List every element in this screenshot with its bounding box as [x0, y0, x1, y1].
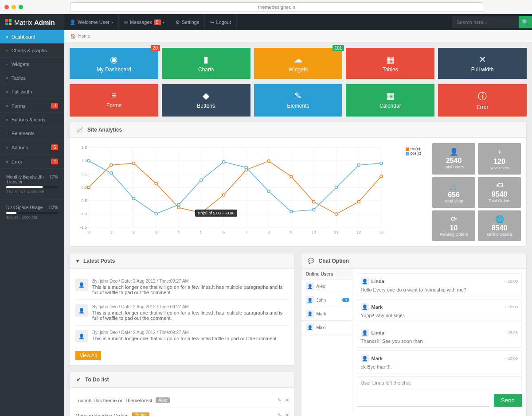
- online-user-john[interactable]: 👤John3: [301, 293, 352, 307]
- search-button[interactable]: 🔍: [519, 16, 532, 28]
- content: 🏠 Home 20◉My Dashboard▮Charts101☁Widgets…: [64, 30, 532, 416]
- chat-message: 👤Mark- 15:08Yuppi! why not sirji!!.: [357, 299, 522, 322]
- browser-chrome: themedesigner.in: [0, 0, 532, 14]
- search-box: 🔍: [452, 16, 532, 28]
- maximize-window[interactable]: [19, 5, 23, 9]
- stat-card-total-users[interactable]: 👤2540Total Users: [432, 143, 475, 175]
- stat-icon: ＋: [480, 148, 519, 157]
- logout-link[interactable]: ↪Logout: [205, 14, 237, 30]
- svg-point-65: [290, 210, 293, 213]
- tile-full-width[interactable]: ✕Full width: [438, 48, 527, 79]
- svg-point-44: [133, 162, 135, 164]
- sidebar-stat: Disk Space Usage87%604.44 / 4000 MB: [0, 199, 64, 225]
- avatar: 👤: [306, 323, 314, 331]
- analytics-panel: 📈Site Analytics -1.5-1.0-0.50.00.51.01.5…: [70, 122, 527, 247]
- svg-text:1.0: 1.0: [81, 159, 87, 163]
- todo-item: Manage Pending Orders Today✎✕: [75, 408, 289, 416]
- tile-widgets[interactable]: 101☁Widgets: [254, 48, 343, 79]
- tile-charts[interactable]: ▮Charts: [162, 48, 250, 79]
- sidebar-item-forms[interactable]: ▫Forms3: [0, 99, 64, 113]
- sidebar-item-full-width[interactable]: ▫Full width: [0, 85, 64, 99]
- delete-icon[interactable]: ✕: [285, 412, 289, 416]
- avatar: 👤: [75, 330, 88, 342]
- topbar: Matrix Admin 👤Welcome User ▾ ✉Messages5 …: [0, 14, 532, 30]
- tile-icon: ✕: [438, 54, 527, 65]
- stat-card-online-orders[interactable]: 🌐8540Online Orders: [478, 210, 521, 241]
- svg-point-45: [155, 183, 157, 185]
- chevron-down-icon[interactable]: ▾: [76, 258, 79, 264]
- svg-text:1: 1: [110, 230, 112, 234]
- svg-point-46: [177, 206, 180, 209]
- stat-card-pending-orders[interactable]: ⟳10Pending Orders: [432, 210, 475, 241]
- edit-icon[interactable]: ✎: [278, 397, 282, 403]
- avatar: 👤: [361, 277, 369, 285]
- stat-card-total-shop[interactable]: 🛒656Total Shop: [432, 177, 475, 208]
- tile-tables[interactable]: ▦Tables: [346, 48, 434, 79]
- tile-my-dashboard[interactable]: 20◉My Dashboard: [70, 48, 158, 79]
- view-all-button[interactable]: View All: [75, 351, 101, 360]
- tile-icon: ⓘ: [438, 90, 527, 102]
- sidebar-stat: Monthly Bandwidth Transfer77%21419.94 / …: [0, 169, 64, 199]
- envelope-icon: ✉: [124, 19, 128, 25]
- sidebar-item-error[interactable]: ▫Error4: [0, 155, 64, 169]
- chat-send-button[interactable]: Send: [494, 394, 522, 407]
- top-nav: 👤Welcome User ▾ ✉Messages5 ▾ ⚙Settings ↪…: [64, 14, 237, 30]
- svg-text:6: 6: [223, 230, 225, 234]
- tile-icon: ◆: [162, 90, 250, 101]
- svg-point-56: [87, 159, 90, 162]
- brand[interactable]: Matrix Admin: [0, 14, 64, 30]
- todo-tag: Today: [132, 412, 149, 416]
- settings-link[interactable]: ⚙Settings: [170, 14, 205, 30]
- sidebar-item-widgets[interactable]: ▫Widgets: [0, 58, 64, 71]
- messages-badge: 5: [154, 19, 161, 25]
- avatar: 👤: [361, 329, 369, 337]
- chat-message: 👤Mark- 15:08ok Bye than!!!.: [357, 350, 522, 373]
- tile-elements[interactable]: ✎Elements: [254, 84, 343, 117]
- tile-error[interactable]: ⓘError: [438, 84, 527, 117]
- close-window[interactable]: [4, 5, 9, 9]
- stat-card-total-orders[interactable]: 🏷9540Total Orders: [478, 177, 521, 208]
- sidebar-item-tables[interactable]: ▫Tables: [0, 71, 64, 85]
- url-bar[interactable]: themedesigner.in: [70, 2, 483, 12]
- online-user-maxi[interactable]: 👤Maxi: [301, 321, 352, 334]
- svg-point-67: [335, 186, 337, 189]
- stat-cards: 👤2540Total Users＋120New Users🛒656Total S…: [432, 143, 521, 241]
- welcome-user-menu[interactable]: 👤Welcome User ▾: [64, 14, 119, 30]
- minimize-window[interactable]: [12, 5, 16, 9]
- sidebar-item-addons[interactable]: ▫Addons5: [0, 140, 64, 155]
- logout-icon: ↪: [210, 19, 214, 25]
- svg-point-64: [267, 190, 270, 193]
- tile-icon: ▦: [346, 90, 434, 101]
- chat-message: 👤Linda- 15:08Thanks!!! See you soon than: [357, 325, 522, 348]
- sidebar-item-buttons-icons[interactable]: ▫Buttons & icons: [0, 113, 64, 127]
- avatar: 👤: [306, 282, 314, 290]
- svg-text:4: 4: [178, 230, 180, 234]
- tile-icon: ≡: [70, 90, 158, 101]
- todo-tag: Alex: [156, 397, 169, 403]
- delete-icon[interactable]: ✕: [285, 397, 289, 403]
- tile-icon: ▦: [346, 54, 434, 65]
- edit-icon[interactable]: ✎: [278, 412, 282, 416]
- menu-icon: ▫: [6, 131, 8, 136]
- svg-point-54: [357, 200, 360, 203]
- online-user-alex[interactable]: 👤Alex: [301, 280, 352, 293]
- stat-card-new-users[interactable]: ＋120New Users: [478, 143, 521, 175]
- chat-input[interactable]: [357, 394, 490, 407]
- tile-buttons[interactable]: ◆Buttons: [162, 84, 250, 117]
- messages-menu[interactable]: ✉Messages5 ▾: [119, 14, 170, 30]
- chart-legend: sin(x)cos(x): [403, 145, 425, 157]
- svg-text:10: 10: [312, 230, 316, 234]
- stat-icon: 🌐: [480, 215, 519, 223]
- online-user-mark[interactable]: 👤Mark: [301, 307, 352, 321]
- menu-icon: ▫: [6, 34, 8, 39]
- menu-icon: ▫: [6, 48, 8, 53]
- search-input[interactable]: [452, 16, 519, 28]
- sidebar-item-eelements[interactable]: ▫Eelements: [0, 127, 64, 140]
- tile-calendar[interactable]: ▦Calendar: [346, 84, 434, 117]
- svg-text:8: 8: [268, 230, 270, 234]
- sidebar-item-dashboard[interactable]: ▫Dashboard: [0, 30, 64, 44]
- sidebar-item-charts-graphs[interactable]: ▫Charts & graphs: [0, 44, 64, 58]
- svg-point-58: [133, 197, 135, 200]
- tile-forms[interactable]: ≡Forms: [70, 84, 158, 117]
- search-icon: 🔍: [522, 19, 529, 26]
